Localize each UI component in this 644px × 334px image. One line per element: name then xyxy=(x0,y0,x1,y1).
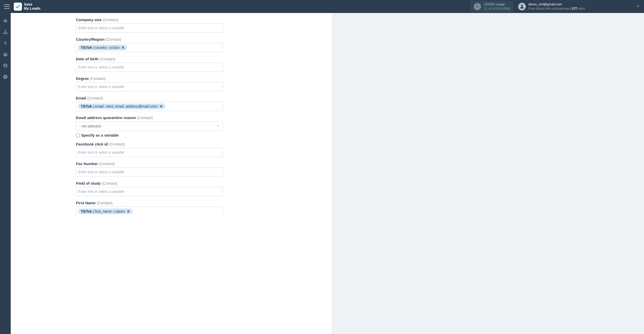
text-input-field[interactable] xyxy=(78,190,221,194)
variable-pill[interactable]: TikTok | email: «test_email_address@mail… xyxy=(78,104,165,109)
field-block: Facebook click id (Contact) xyxy=(76,142,223,157)
field-label: Degree (Contact) xyxy=(76,76,223,81)
text-input-field[interactable] xyxy=(78,170,221,174)
field-block: Degree (Contact) xyxy=(76,76,223,91)
field-block: Date of birth (Contact) xyxy=(76,57,223,72)
user-avatar-icon xyxy=(518,3,526,10)
field-label: Company size (Contact) xyxy=(76,18,223,22)
field-label: Facebook click id (Contact) xyxy=(76,142,223,146)
variable-pill[interactable]: TikTok | country: «USA» ✕ xyxy=(78,45,127,50)
remove-pill-icon[interactable]: ✕ xyxy=(127,209,130,213)
checkbox-input[interactable] xyxy=(76,134,79,137)
info-icon: i xyxy=(474,3,481,10)
text-input-field[interactable] xyxy=(78,26,221,30)
main-content: Company size (Contact)Country/Region (Co… xyxy=(11,13,644,334)
specify-variable-checkbox[interactable]: Specify as a variable xyxy=(76,133,223,137)
briefcase-icon[interactable] xyxy=(3,52,8,57)
text-input-field[interactable] xyxy=(78,150,221,154)
checkmark-icon xyxy=(15,4,20,9)
home-icon[interactable] xyxy=(3,18,8,24)
remove-pill-icon[interactable]: ✕ xyxy=(122,46,125,50)
text-input-field[interactable] xyxy=(78,85,221,89)
sidebar: $ ? xyxy=(0,13,11,334)
variable-input[interactable]: TikTok | country: «USA» ✕ xyxy=(76,43,223,52)
user-info: demo_sml@gmail.com Plan |Start| left unt… xyxy=(528,2,585,11)
hamburger-icon[interactable] xyxy=(4,4,10,9)
help-icon[interactable]: ? xyxy=(3,74,8,80)
field-label: Date of birth (Contact) xyxy=(76,57,223,61)
text-input[interactable] xyxy=(76,82,223,91)
text-input[interactable] xyxy=(76,187,223,196)
app-header: Save My Leads. i LEADS usage: 21 of 13'8… xyxy=(0,0,644,13)
svg-rect-3 xyxy=(5,33,6,34)
select-input[interactable]: - not selected - xyxy=(76,121,223,131)
select-value: - not selected - xyxy=(79,124,103,128)
svg-point-9 xyxy=(5,64,6,66)
chevron-down-icon xyxy=(216,124,220,128)
dollar-icon[interactable]: $ xyxy=(3,40,8,46)
field-label: Country/Region (Contact) xyxy=(76,37,223,41)
svg-rect-4 xyxy=(6,33,7,34)
svg-rect-6 xyxy=(4,54,7,56)
field-block: Country/Region (Contact)TikTok | country… xyxy=(76,37,223,52)
checkbox-label: Specify as a variable xyxy=(81,133,119,137)
text-input-field[interactable] xyxy=(78,65,221,69)
field-block: Email (Contact)TikTok | email: «test_ema… xyxy=(76,96,223,111)
text-input[interactable] xyxy=(76,23,223,33)
user-menu[interactable]: demo_sml@gmail.com Plan |Start| left unt… xyxy=(518,2,585,11)
field-label: Fax Number (Contact) xyxy=(76,162,223,166)
field-label: Email address quarantine reason (Contact… xyxy=(76,115,223,120)
user-icon[interactable] xyxy=(3,63,8,68)
field-label: Email (Contact) xyxy=(76,96,223,100)
variable-input[interactable]: TikTok | email: «test_email_address@mail… xyxy=(76,102,223,111)
field-label: Field of study (Contact) xyxy=(76,181,223,185)
svg-rect-2 xyxy=(3,33,5,34)
chevron-down-icon[interactable] xyxy=(585,4,640,9)
text-input[interactable] xyxy=(76,167,223,177)
variable-input[interactable]: TikTok | first_name: «Jane» ✕ xyxy=(76,207,223,216)
form-panel: Company size (Contact)Country/Region (Co… xyxy=(11,13,332,334)
variable-pill[interactable]: TikTok | first_name: «Jane» ✕ xyxy=(78,209,132,214)
field-block: Company size (Contact) xyxy=(76,18,223,33)
usage-text: LEADS usage: 21 of 13'850 (0%) xyxy=(484,2,510,11)
svg-point-0 xyxy=(521,5,523,6)
sitemap-icon[interactable] xyxy=(3,29,8,35)
field-block: First Name (Contact)TikTok | first_name:… xyxy=(76,201,223,216)
remove-pill-icon[interactable]: ✕ xyxy=(160,104,163,108)
svg-rect-1 xyxy=(5,30,6,31)
text-input[interactable] xyxy=(76,63,223,72)
svg-text:$: $ xyxy=(4,41,6,45)
text-input[interactable] xyxy=(76,148,223,157)
svg-text:?: ? xyxy=(4,75,6,78)
app-title: Save My Leads. xyxy=(24,3,41,10)
app-logo[interactable] xyxy=(14,3,22,11)
field-block: Field of study (Contact) xyxy=(76,181,223,196)
field-block: Email address quarantine reason (Contact… xyxy=(76,115,223,137)
field-block: Fax Number (Contact) xyxy=(76,162,223,177)
field-label: First Name (Contact) xyxy=(76,201,223,205)
usage-indicator[interactable]: i LEADS usage: 21 of 13'850 (0%) xyxy=(470,1,514,12)
